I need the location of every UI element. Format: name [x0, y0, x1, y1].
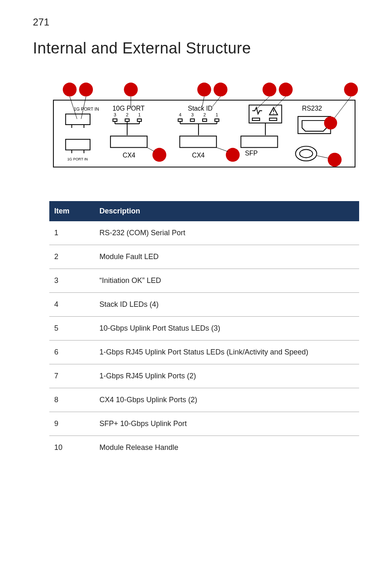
- table-row: 9SFP+ 10-Gbps Uplink Port: [49, 412, 359, 436]
- table-row: 4Stack ID LEDs (4): [49, 293, 359, 317]
- svg-point-68: [226, 148, 240, 162]
- item-cell: 9: [49, 412, 95, 436]
- item-cell: 1: [49, 221, 95, 245]
- item-cell: 5: [49, 317, 95, 341]
- item-cell: 4: [49, 293, 95, 317]
- table-row: 3“Initiation OK” LED: [49, 269, 359, 293]
- svg-point-58: [324, 116, 337, 130]
- header-item: Item: [49, 201, 95, 221]
- svg-point-67: [152, 148, 166, 162]
- desc-cell: Module Release Handle: [95, 436, 359, 460]
- svg-text:1G PORT IN: 1G PORT IN: [67, 157, 88, 161]
- svg-rect-61: [241, 136, 277, 148]
- desc-cell: Module Fault LED: [95, 245, 359, 269]
- desc-cell: 1-Gbps RJ45 Uplink Port Status LEDs (Lin…: [95, 341, 359, 364]
- front-panel-diagram: 1G PORT IN 1G PORT IN 10G PORT 3 2 1 Sta…: [49, 82, 359, 172]
- desc-cell: RS-232 (COM) Serial Port: [95, 221, 359, 245]
- table-row: 8CX4 10-Gbps Uplink Ports (2): [49, 388, 359, 412]
- item-cell: 6: [49, 341, 95, 364]
- svg-rect-40: [215, 119, 219, 121]
- svg-rect-25: [125, 119, 129, 121]
- page-title: Internal and External Structure: [33, 39, 359, 57]
- svg-point-69: [328, 153, 342, 167]
- svg-rect-60: [180, 136, 216, 148]
- svg-point-1: [79, 83, 93, 97]
- desc-cell: SFP+ 10-Gbps Uplink Port: [95, 412, 359, 436]
- table-row: 10Module Release Handle: [49, 436, 359, 460]
- desc-cell: CX4 10-Gbps Uplink Ports (2): [95, 388, 359, 412]
- svg-text:3: 3: [191, 112, 194, 117]
- svg-text:RS232: RS232: [302, 105, 322, 112]
- svg-point-65: [295, 146, 317, 161]
- svg-text:CX4: CX4: [192, 152, 205, 159]
- svg-point-0: [63, 83, 77, 97]
- svg-line-72: [317, 155, 328, 158]
- svg-rect-50: [252, 118, 260, 120]
- svg-rect-38: [190, 119, 194, 121]
- item-cell: 2: [49, 245, 95, 269]
- svg-text:4: 4: [179, 112, 181, 117]
- svg-text:CX4: CX4: [123, 152, 136, 159]
- desc-cell: Stack ID LEDs (4): [95, 293, 359, 317]
- item-cell: 7: [49, 364, 95, 388]
- svg-rect-10: [66, 114, 90, 125]
- svg-line-71: [217, 148, 228, 152]
- svg-line-46: [212, 97, 221, 107]
- table-row: 2Module Fault LED: [49, 245, 359, 269]
- svg-text:1: 1: [138, 112, 141, 117]
- svg-text:2: 2: [203, 112, 206, 117]
- item-cell: 3: [49, 269, 95, 293]
- svg-text:1G PORT IN: 1G PORT IN: [74, 107, 99, 111]
- svg-rect-23: [113, 119, 117, 121]
- svg-point-49: [273, 113, 274, 114]
- table-row: 510-Gbps Uplink Port Status LEDs (3): [49, 317, 359, 341]
- page-number: 271: [33, 16, 359, 28]
- svg-point-3: [197, 83, 211, 97]
- svg-rect-27: [137, 119, 141, 121]
- svg-line-53: [274, 97, 286, 109]
- svg-line-70: [147, 148, 154, 152]
- svg-rect-51: [270, 118, 277, 120]
- svg-line-52: [256, 97, 270, 109]
- items-table: Item Description 1RS-232 (COM) Serial Po…: [49, 201, 359, 459]
- diagram-svg: 1G PORT IN 1G PORT IN 10G PORT 3 2 1 Sta…: [49, 82, 359, 172]
- svg-rect-39: [203, 119, 207, 121]
- item-cell: 10: [49, 436, 95, 460]
- svg-rect-15: [66, 139, 90, 150]
- svg-text:Stack ID: Stack ID: [188, 105, 212, 112]
- svg-rect-59: [111, 136, 147, 148]
- table-row: 1RS-232 (COM) Serial Port: [49, 221, 359, 245]
- table-row: 61-Gbps RJ45 Uplink Port Status LEDs (Li…: [49, 341, 359, 364]
- svg-point-66: [300, 150, 313, 158]
- svg-text:1: 1: [216, 112, 218, 117]
- svg-point-4: [214, 83, 228, 97]
- svg-point-5: [263, 83, 277, 97]
- desc-cell: 1-Gbps RJ45 Uplink Ports (2): [95, 364, 359, 388]
- header-description: Description: [95, 201, 359, 221]
- svg-rect-37: [178, 119, 182, 121]
- desc-cell: “Initiation OK” LED: [95, 269, 359, 293]
- item-cell: 8: [49, 388, 95, 412]
- svg-text:3: 3: [114, 112, 116, 117]
- svg-point-7: [344, 83, 358, 97]
- table-row: 71-Gbps RJ45 Uplink Ports (2): [49, 364, 359, 388]
- svg-text:2: 2: [126, 112, 129, 117]
- svg-point-2: [124, 83, 138, 97]
- svg-point-6: [279, 83, 293, 97]
- svg-text:10G PORT: 10G PORT: [113, 105, 145, 112]
- desc-cell: 10-Gbps Uplink Port Status LEDs (3): [95, 317, 359, 341]
- svg-text:SFP: SFP: [245, 150, 258, 157]
